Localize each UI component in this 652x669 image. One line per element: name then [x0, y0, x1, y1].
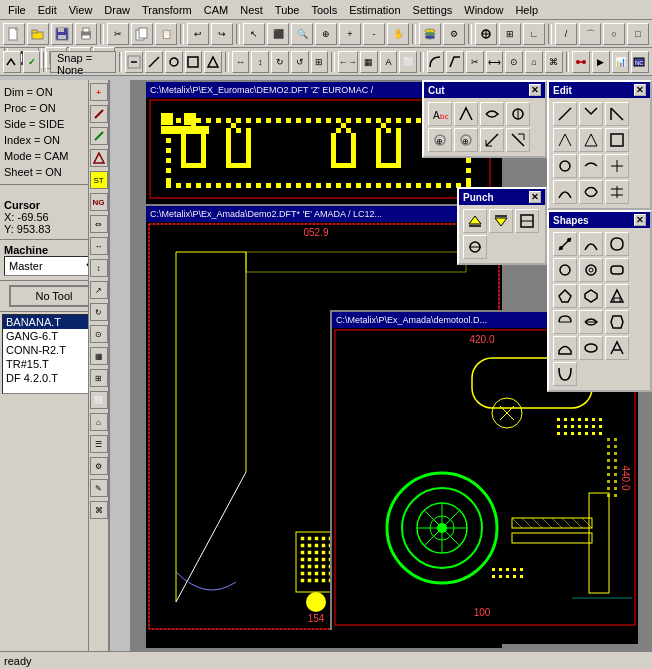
btn-mirror-h[interactable]: ↔ [232, 51, 250, 73]
shape-btn-5[interactable] [579, 258, 603, 282]
menu-tools[interactable]: Tools [306, 2, 344, 18]
btn-snap[interactable] [475, 23, 497, 45]
cut-btn-4[interactable] [506, 102, 530, 126]
menu-draw[interactable]: Draw [98, 2, 136, 18]
btn-layer[interactable] [419, 23, 441, 45]
btn-block[interactable]: ⬜ [399, 51, 417, 73]
shape-btn-10[interactable] [553, 310, 577, 334]
shape-btn-15[interactable] [605, 336, 629, 360]
btn-print[interactable] [75, 23, 97, 45]
shape-btn-11[interactable] [579, 310, 603, 334]
btn-join[interactable]: ⌘ [545, 51, 563, 73]
edit-btn-7[interactable] [553, 154, 577, 178]
menu-estimation[interactable]: Estimation [343, 2, 406, 18]
btn-draw-arc[interactable]: ⌒ [579, 23, 601, 45]
punch-btn-3[interactable] [515, 209, 539, 233]
btn-dim[interactable]: ←→ [338, 51, 358, 73]
cut-btn-2[interactable] [454, 102, 478, 126]
btn-draw-line[interactable]: / [555, 23, 577, 45]
btn-check[interactable]: ✓ [23, 51, 41, 73]
btn-t2[interactable] [145, 51, 163, 73]
sidebar-btn-17[interactable]: ✎ [90, 479, 108, 497]
shape-btn-1[interactable] [553, 232, 577, 256]
cut-panel-close[interactable]: ✕ [529, 84, 541, 96]
btn-draw-rect[interactable]: □ [627, 23, 649, 45]
btn-select2[interactable]: ⬛ [267, 23, 289, 45]
edit-btn-10[interactable] [553, 180, 577, 204]
btn-save[interactable] [51, 23, 73, 45]
punch-btn-2[interactable] [489, 209, 513, 233]
menu-edit[interactable]: Edit [32, 2, 63, 18]
btn-rotate-ccw[interactable]: ↺ [291, 51, 309, 73]
sidebar-btn-12[interactable]: ⊞ [90, 369, 108, 387]
btn-copy[interactable] [131, 23, 153, 45]
btn-toolpath[interactable] [572, 51, 590, 73]
sidebar-btn-10[interactable]: ⊙ [90, 325, 108, 343]
btn-extend[interactable]: ⟷ [486, 51, 504, 73]
tool-item-3[interactable]: TR#15.T [3, 357, 97, 371]
sidebar-btn-8[interactable]: ↗ [90, 281, 108, 299]
punch-panel-close[interactable]: ✕ [529, 191, 541, 203]
machine-select[interactable]: Master [4, 256, 100, 276]
shape-btn-9[interactable] [605, 284, 629, 308]
cut-btn-3[interactable] [480, 102, 504, 126]
cut-btn-8[interactable] [506, 128, 530, 152]
btn-hatch[interactable]: ▦ [360, 51, 378, 73]
btn-t4[interactable] [185, 51, 203, 73]
btn-array[interactable]: ⊞ [311, 51, 329, 73]
sidebar-btn-11[interactable]: ▦ [90, 347, 108, 365]
edit-btn-11[interactable] [579, 180, 603, 204]
shape-btn-2[interactable] [579, 232, 603, 256]
btn-redo[interactable]: ↪ [211, 23, 233, 45]
btn-report[interactable]: 📊 [612, 51, 630, 73]
sidebar-btn-1[interactable] [90, 105, 108, 123]
shape-btn-3[interactable] [605, 232, 629, 256]
btn-open[interactable] [27, 23, 49, 45]
cut-btn-1[interactable]: Abc [428, 102, 452, 126]
btn-nc-output[interactable]: NC [631, 51, 649, 73]
edit-btn-5[interactable] [579, 128, 603, 152]
menu-view[interactable]: View [63, 2, 99, 18]
btn-cut[interactable]: ✂ [107, 23, 129, 45]
sidebar-btn-13[interactable]: ⬜ [90, 391, 108, 409]
edit-btn-2[interactable] [579, 102, 603, 126]
edit-panel-close[interactable]: ✕ [634, 84, 646, 96]
btn-text[interactable]: A [380, 51, 398, 73]
btn-break[interactable]: ⌂ [525, 51, 543, 73]
btn-zoom-win[interactable]: 🔍 [291, 23, 313, 45]
btn-mirror-v[interactable]: ↕ [251, 51, 269, 73]
sidebar-btn-2[interactable] [90, 127, 108, 145]
btn-simulate[interactable]: ▶ [592, 51, 610, 73]
shape-btn-8[interactable] [579, 284, 603, 308]
menu-nest[interactable]: Nest [234, 2, 269, 18]
punch-btn-4[interactable] [463, 235, 487, 259]
sidebar-btn-4[interactable]: ST [90, 171, 108, 189]
btn-properties[interactable]: ⚙ [443, 23, 465, 45]
sidebar-btn-15[interactable]: ☰ [90, 435, 108, 453]
btn-zoom-all[interactable]: ⊕ [315, 23, 337, 45]
btn-t5[interactable] [204, 51, 222, 73]
btn-draw-circle[interactable]: ○ [603, 23, 625, 45]
cut-btn-5[interactable]: ⊕ [428, 128, 452, 152]
btn-pan[interactable]: ✋ [387, 23, 409, 45]
edit-btn-8[interactable] [579, 154, 603, 178]
btn-ortho[interactable]: ∟ [523, 23, 545, 45]
btn-grid[interactable]: ⊞ [499, 23, 521, 45]
sidebar-btn-7[interactable]: ↕ [90, 259, 108, 277]
tool-item-2[interactable]: CONN-R2.T [3, 343, 97, 357]
btn-zoom-out[interactable]: - [363, 23, 385, 45]
sidebar-btn-5[interactable]: NG [90, 193, 108, 211]
cad-window-amada-titlebar[interactable]: C:\Metalix\P\Ex_Amada\Demo2.DFT* 'E' AMA… [146, 206, 502, 222]
tool-item-1[interactable]: GANG-6.T [3, 329, 97, 343]
menu-help[interactable]: Help [509, 2, 544, 18]
shape-btn-14[interactable] [579, 336, 603, 360]
sidebar-btn-18[interactable]: ⌘ [90, 501, 108, 519]
snap-none[interactable]: Snap = None [50, 51, 116, 73]
btn-snap-toggle[interactable] [3, 51, 21, 73]
btn-t3[interactable] [165, 51, 183, 73]
shape-btn-16[interactable] [553, 362, 577, 386]
notool-button[interactable]: No Tool [9, 285, 99, 307]
btn-rotate-cw[interactable]: ↻ [271, 51, 289, 73]
btn-fillet[interactable] [427, 51, 445, 73]
menu-settings[interactable]: Settings [407, 2, 459, 18]
